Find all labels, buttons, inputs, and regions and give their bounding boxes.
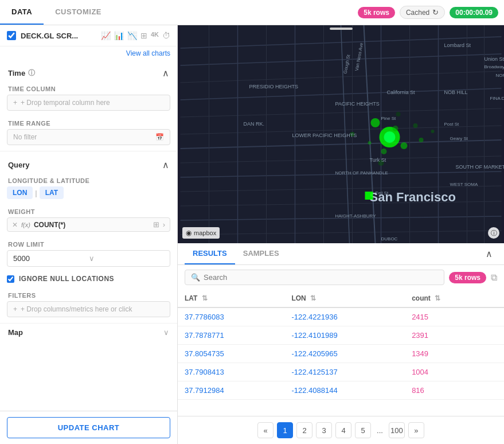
col-header-lat[interactable]: LAT ⇅ [178,290,284,307]
page-4-btn[interactable]: 4 [335,422,351,438]
calendar-icon: 📅 [155,133,164,141]
rows-badge: 5k rows [358,7,395,18]
page-100-btn[interactable]: 100 [389,422,405,438]
ignore-null-checkbox[interactable] [7,275,14,283]
search-box[interactable]: 🔍 [185,270,444,285]
page-2-btn[interactable]: 2 [296,422,312,438]
prev-page-btn[interactable]: « [257,422,274,438]
weight-grid-icon[interactable]: ⊞ [153,220,159,229]
col-header-lon[interactable]: LON ⇅ [284,290,405,307]
tab-results[interactable]: RESULTS [185,243,235,264]
left-panel: DECK.GL SCR... 📈 📊 📉 ⊞ 4K ⏱ View all cha… [0,25,178,444]
row-limit-select[interactable]: 5000 ∨ [7,250,170,267]
grid-icon[interactable]: ⊞ [140,31,147,40]
svg-text:SOUTH OF MARKET: SOUTH OF MARKET [456,164,505,170]
svg-text:Union St: Union St [485,56,505,62]
time-badge: 00:00:00.09 [450,7,498,18]
main-tabs: DATA CUSTOMIZE [0,0,113,25]
query-section-header: Query ∧ [0,154,177,174]
lon-pill[interactable]: LON [7,186,33,199]
mapbox-text: mapbox [194,229,216,236]
cell-lon-1: -122.4101989 [284,326,405,345]
plus-icon: + [13,99,17,107]
svg-point-28 [384,131,396,143]
svg-point-39 [431,130,435,133]
map-section-chevron[interactable]: ∨ [163,328,169,337]
filters-placeholder: + Drop columns/metrics here or click [21,305,132,313]
refresh-icon: ↻ [432,8,439,17]
svg-text:LOWER PACIFIC HEIGHTS: LOWER PACIFIC HEIGHTS [292,133,357,138]
svg-point-31 [381,149,387,154]
pagination: « 1 2 3 4 5 ... 100 » [178,416,504,444]
table-row: 37.8054735 -122.4205965 1349 [178,345,504,363]
cell-lon-2: -122.4205965 [284,345,405,363]
copy-icon[interactable]: ⧉ [491,272,497,283]
filters-drop[interactable]: + + Drop columns/metrics here or click [7,301,170,317]
chart-checkbox[interactable] [7,31,16,40]
weight-row: ✕ f(x) COUNT(*) ⊞ › [7,217,170,232]
svg-text:WEST SOMA: WEST SOMA [450,182,478,187]
svg-text:NORTH OF PANHANDLE: NORTH OF PANHANDLE [335,170,388,176]
query-section-title: Query [8,161,30,169]
cell-lat-2: 37.8054735 [178,345,284,363]
view-all-charts-link[interactable]: View all charts [126,49,170,57]
clock-icon[interactable]: ⏱ [162,31,170,40]
tab-customize[interactable]: CUSTOMIZE [44,0,113,25]
time-range-label: TIME RANGE [0,116,177,129]
sort-icon-lon: ⇅ [310,294,316,302]
area-chart-icon[interactable]: 📉 [127,31,137,40]
query-collapse-btn[interactable]: ∧ [162,159,169,170]
col-header-count[interactable]: count ⇅ [405,290,490,307]
svg-text:DAN RK.: DAN RK. [244,121,265,127]
lat-pill[interactable]: LAT [40,186,64,199]
line-chart-icon[interactable]: 📈 [101,31,111,40]
lon-lat-label: LONGITUDE & LATITUDE [0,174,177,186]
cell-count-1: 2391 [405,326,490,345]
update-chart-button[interactable]: UPDATE CHART [7,417,170,438]
tab-data[interactable]: DATA [0,0,44,25]
weight-remove-btn[interactable]: ✕ [12,221,18,229]
results-rows-badge: 5k rows [449,272,486,283]
search-input[interactable] [204,273,438,282]
tab-samples[interactable]: SAMPLES [235,243,287,264]
time-range-field[interactable]: No filter 📅 [7,129,170,145]
sort-icon-lat: ⇅ [202,294,208,302]
map-info-button[interactable]: ⓘ [488,227,499,239]
time-collapse-btn[interactable]: ∧ [162,68,169,79]
map-svg: Lombard St Union St PACIFIC HEIGHTS NOB … [178,25,504,243]
table-row: 37.7786083 -122.4221936 2415 [178,307,504,326]
cell-count-0: 2415 [405,307,490,326]
cell-count-3: 1004 [405,363,490,381]
page-1-btn[interactable]: 1 [277,422,293,438]
next-page-btn[interactable]: » [408,422,424,438]
table-body: 37.7786083 -122.4221936 2415 37.7878771 … [178,307,504,400]
page-5-btn[interactable]: 5 [355,422,371,438]
svg-text:San Francisco: San Francisco [370,190,456,204]
weight-arrow-icon[interactable]: › [163,220,165,229]
results-tabs: RESULTS SAMPLES ∧ [178,243,504,265]
cell-count-2: 1349 [405,345,490,363]
svg-text:PACIFIC HEIGHTS: PACIFIC HEIGHTS [335,101,380,107]
svg-rect-62 [365,192,373,200]
table-head: LAT ⇅ LON ⇅ count ⇅ [178,290,504,307]
svg-point-38 [368,141,372,145]
row-limit-chevron: ∨ [89,254,165,263]
cell-lat-3: 37.7908413 [178,363,284,381]
collapse-results-btn[interactable]: ∧ [481,248,497,259]
4k-icon[interactable]: 4K [151,31,159,40]
cached-badge[interactable]: Cached ↻ [400,6,445,19]
time-range-text: No filter [13,133,37,141]
bar-chart-icon[interactable]: 📊 [114,31,124,40]
svg-point-33 [419,138,424,142]
time-info-icon[interactable]: ⓘ [28,68,35,78]
page-3-btn[interactable]: 3 [316,422,332,438]
svg-text:California St: California St [387,89,416,95]
search-row: 🔍 5k rows ⧉ [178,265,504,290]
chart-name-text: DECK.GL SCR... [21,32,96,40]
mapbox-logo: ◉ mapbox [182,227,220,239]
map-container[interactable]: Lombard St Union St PACIFIC HEIGHTS NOB … [178,25,504,243]
time-column-drop[interactable]: + + Drop temporal column here [7,95,170,111]
filters-label: FILTERS [0,289,177,301]
weight-func: f(x) [21,221,30,228]
weight-name: COUNT(*) [34,221,150,229]
